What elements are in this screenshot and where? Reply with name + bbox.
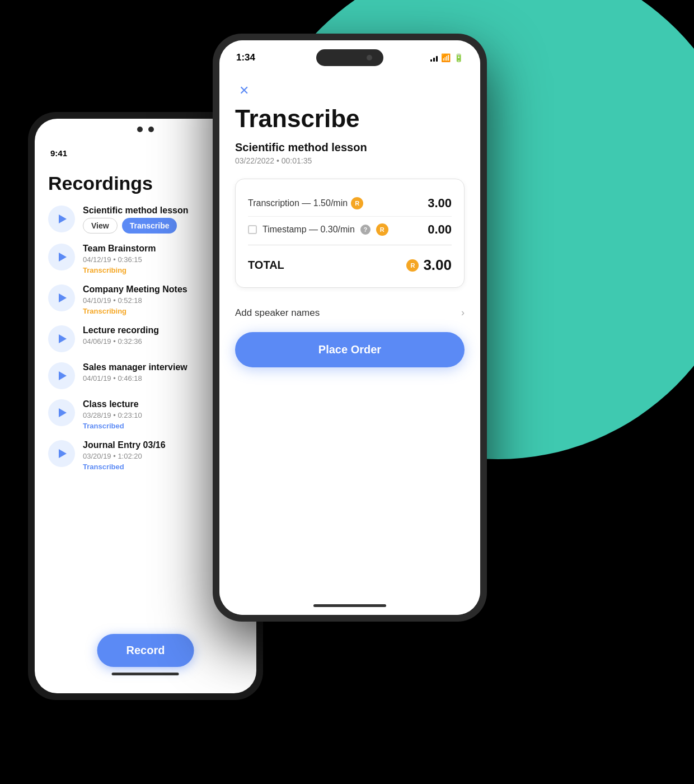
total-label: TOTAL bbox=[248, 259, 284, 272]
play-icon-3 bbox=[59, 334, 67, 343]
transcription-text: Transcription — 1.50/min bbox=[248, 198, 348, 208]
transcription-row: Transcription — 1.50/min R 3.00 bbox=[248, 190, 452, 216]
play-button-3[interactable] bbox=[48, 325, 75, 352]
speaker-row[interactable]: Add speaker names › bbox=[235, 299, 465, 326]
play-button-5[interactable] bbox=[48, 399, 75, 426]
record-button[interactable]: Record bbox=[97, 634, 194, 667]
play-icon-2 bbox=[59, 293, 67, 302]
play-button-1[interactable] bbox=[48, 244, 75, 270]
close-icon: ✕ bbox=[239, 83, 249, 98]
signal-bars-front bbox=[430, 54, 438, 62]
total-amount: 3.00 bbox=[423, 256, 452, 274]
transcription-label: Transcription — 1.50/min R bbox=[248, 197, 363, 209]
timestamp-row: Timestamp — 0.30/min ? R 0.00 bbox=[248, 216, 452, 242]
play-button-2[interactable] bbox=[48, 284, 75, 311]
camera-pill bbox=[316, 49, 383, 66]
play-icon-5 bbox=[59, 408, 67, 417]
recordings-title: Recordings bbox=[48, 172, 153, 194]
status-icons-front: 📶 🔋 bbox=[430, 53, 463, 62]
view-button-0[interactable]: View bbox=[83, 218, 118, 234]
detail-recording-meta: 03/22/2022 • 00:01:35 bbox=[235, 156, 465, 165]
play-icon-0 bbox=[59, 214, 67, 223]
cost-card: Transcription — 1.50/min R 3.00 Timestam… bbox=[235, 179, 465, 288]
help-icon: ? bbox=[360, 225, 371, 235]
transcribe-button-0[interactable]: Transcribe bbox=[122, 218, 177, 234]
home-indicator-front bbox=[313, 604, 386, 607]
detail-recording-name: Scientific method lesson bbox=[235, 141, 465, 154]
transcription-coin-icon: R bbox=[351, 197, 363, 209]
speaker-label: Add speaker names bbox=[235, 307, 320, 319]
transcribe-title: Transcribe bbox=[235, 105, 465, 132]
play-button-4[interactable] bbox=[48, 362, 75, 389]
transcription-amount: 3.00 bbox=[428, 196, 452, 211]
camera-dot bbox=[367, 55, 372, 60]
place-order-button[interactable]: Place Order bbox=[235, 332, 465, 367]
play-button-0[interactable] bbox=[48, 206, 75, 232]
timestamp-label: Timestamp — 0.30/min ? R bbox=[248, 223, 388, 236]
timestamp-text: Timestamp — 0.30/min bbox=[262, 225, 355, 235]
cost-divider bbox=[248, 245, 452, 245]
total-row: TOTAL R 3.00 bbox=[248, 248, 452, 276]
transcribe-page: ✕ Transcribe Scientific method lesson 03… bbox=[219, 71, 480, 615]
phones-container: 9:41 Recordings bbox=[11, 22, 683, 778]
timestamp-amount: 0.00 bbox=[428, 222, 452, 237]
total-amount-wrap: R 3.00 bbox=[406, 256, 452, 274]
timestamp-checkbox[interactable] bbox=[248, 225, 257, 234]
play-icon-4 bbox=[59, 371, 67, 380]
play-icon-6 bbox=[59, 449, 67, 458]
chevron-right-icon: › bbox=[461, 307, 465, 319]
total-coin-icon: R bbox=[406, 259, 419, 272]
play-button-6[interactable] bbox=[48, 440, 75, 467]
timestamp-coin-icon: R bbox=[376, 223, 388, 236]
phone-transcribe: 1:34 📶 🔋 ✕ bbox=[213, 34, 487, 622]
play-icon-1 bbox=[59, 253, 67, 262]
transcribe-content: ✕ Transcribe Scientific method lesson 03… bbox=[219, 71, 480, 615]
close-button[interactable]: ✕ bbox=[235, 82, 253, 100]
battery-icon: 🔋 bbox=[454, 53, 463, 62]
status-time-front: 1:34 bbox=[236, 52, 255, 63]
status-time-back: 9:41 bbox=[50, 148, 67, 158]
wifi-icon: 📶 bbox=[441, 53, 451, 62]
record-btn-area: Record bbox=[97, 634, 194, 675]
home-indicator-back bbox=[112, 673, 179, 675]
